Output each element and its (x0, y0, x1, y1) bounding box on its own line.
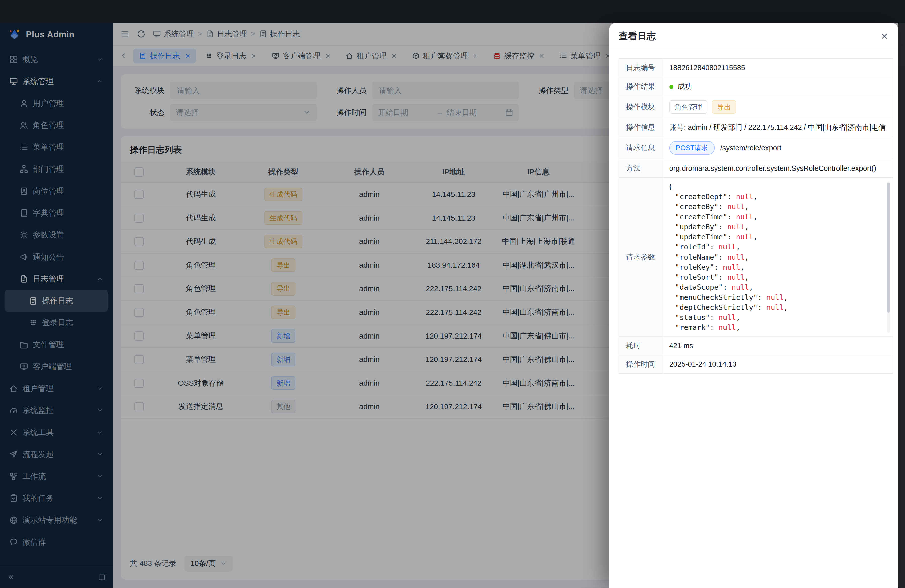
drawer-header: 查看日志 (610, 23, 898, 50)
request-path: /system/role/export (721, 144, 781, 152)
desc-row: 操作时间2025-01-24 10:14:13 (619, 355, 893, 374)
success-dot-icon (670, 85, 673, 89)
close-icon[interactable] (880, 32, 889, 40)
desc-row: 操作信息账号: admin / 研发部门 / 222.175.114.242 /… (619, 118, 893, 137)
desc-row: 操作模块角色管理导出 (619, 96, 893, 118)
desc-value: 账号: admin / 研发部门 / 222.175.114.242 / 中国|… (662, 118, 893, 137)
desc-label: 耗时 (619, 336, 662, 355)
desc-label: 操作时间 (619, 355, 662, 374)
drawer-title: 查看日志 (619, 30, 656, 43)
desc-row: 耗时421 ms (619, 336, 893, 355)
drawer-body: 日志编号1882612840802115585操作结果成功操作模块角色管理导出操… (610, 50, 898, 382)
desc-label: 日志编号 (619, 59, 662, 77)
view-log-drawer: 查看日志 日志编号1882612840802115585操作结果成功操作模块角色… (610, 23, 898, 588)
drawer-edge-shade (898, 23, 905, 588)
desc-value: 1882612840802115585 (662, 59, 893, 77)
desc-row: 请求参数{"createDept": null,"createBy": null… (619, 178, 893, 336)
plus-admin-app: Plus Admin 概览系统管理用户管理角色管理菜单管理部门管理岗位管理字典管… (0, 0, 905, 588)
http-method-tag: POST请求 (670, 141, 715, 155)
desc-row: 请求信息POST请求/system/role/export (619, 137, 893, 159)
code-scrollbar[interactable] (887, 181, 891, 333)
desc-row: 操作结果成功 (619, 77, 893, 96)
module-tag: 导出 (712, 100, 736, 114)
desc-label: 操作信息 (619, 118, 662, 137)
desc-value: 2025-01-24 10:14:13 (662, 355, 893, 374)
desc-label: 操作结果 (619, 77, 662, 96)
module-tag: 角色管理 (670, 100, 707, 114)
desc-value: POST请求/system/role/export (662, 137, 893, 159)
desc-row: 方法org.dromara.system.controller.system.S… (619, 159, 893, 178)
request-params-cell: {"createDept": null,"createBy": null,"cr… (662, 178, 893, 336)
desc-value: 421 ms (662, 336, 893, 355)
log-details-table: 日志编号1882612840802115585操作结果成功操作模块角色管理导出操… (619, 58, 893, 374)
desc-label: 方法 (619, 159, 662, 178)
desc-value: org.dromara.system.controller.system.Sys… (662, 159, 893, 178)
desc-label: 请求参数 (619, 178, 662, 336)
request-params-code[interactable]: {"createDept": null,"createBy": null,"cr… (662, 178, 893, 336)
desc-value: 角色管理导出 (662, 96, 893, 118)
desc-label: 请求信息 (619, 137, 662, 159)
desc-row: 日志编号1882612840802115585 (619, 59, 893, 77)
desc-value: 成功 (662, 77, 893, 96)
code-scrollbar-thumb[interactable] (887, 183, 891, 313)
desc-label: 操作模块 (619, 96, 662, 118)
